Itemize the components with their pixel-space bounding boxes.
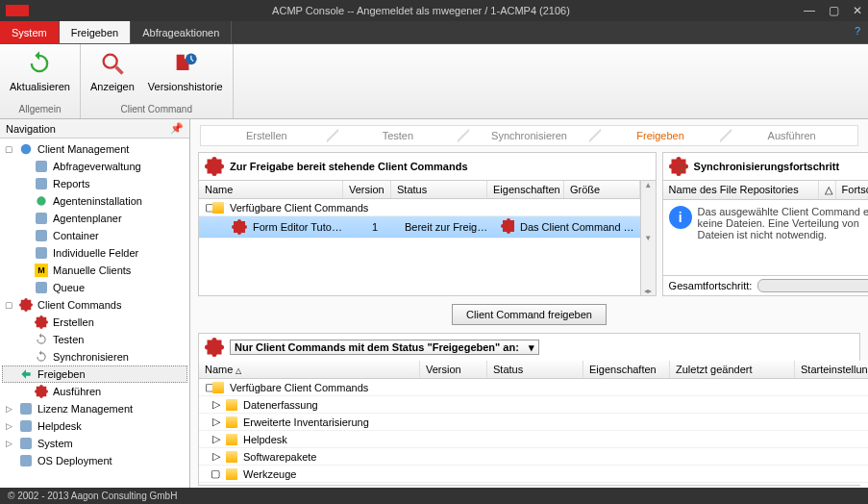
nav-item-container[interactable]: Container	[2, 227, 187, 244]
nav-item-label: Reports	[53, 178, 90, 189]
nav-item-synchronisieren[interactable]: Synchronisieren	[2, 348, 187, 365]
released-row[interactable]: Adobe Reader Installation1Freigegeben ☰0…	[199, 483, 868, 485]
pin-icon[interactable]: 📌	[170, 122, 184, 135]
nav-item-queue[interactable]: Queue	[2, 279, 187, 296]
nav-item-label: Agentenplaner	[53, 213, 122, 224]
release-command-button[interactable]: Client Command freigeben	[452, 304, 607, 325]
nav-item-label: Helpdesk	[37, 420, 82, 432]
queue-icon	[34, 280, 49, 295]
menu-system[interactable]: System	[0, 21, 60, 43]
col-eigenschaften[interactable]: Eigenschaften	[487, 181, 564, 198]
col-status[interactable]: Status	[391, 181, 487, 198]
sync-col-name[interactable]: Name des File Repositories	[663, 181, 819, 199]
nav-item-lizenz-management[interactable]: ▷Lizenz Management	[2, 400, 187, 417]
box-blue-icon	[34, 228, 49, 243]
status-filter-select[interactable]: Nur Client Commands mit dem Status "Frei…	[230, 340, 539, 355]
window-title: ACMP Console -- Angemeldet als mwegener …	[38, 5, 804, 16]
expander-icon[interactable]: ▷	[4, 439, 14, 448]
scrollbar[interactable]: ▲▼◂▸	[640, 181, 656, 295]
nav-item-system[interactable]: ▷System	[2, 435, 187, 452]
nav-item-os-deployment[interactable]: OS Deployment	[2, 452, 187, 469]
menu-freigeben[interactable]: Freigeben	[60, 21, 132, 43]
sync-icon	[34, 349, 49, 365]
rel-col-start[interactable]: Starteinstellungen	[795, 361, 868, 378]
nav-item-abfrageverwaltung[interactable]: Abfrageverwaltung	[2, 158, 187, 175]
row-status: Bereit zur Freigabe	[399, 219, 495, 235]
refresh-label: Aktualisieren	[10, 81, 70, 92]
nav-item-testen[interactable]: Testen	[2, 331, 187, 348]
nav-item-ausführen[interactable]: Ausführen	[2, 383, 187, 400]
col-name[interactable]: Name	[199, 181, 343, 198]
sync-header: Synchronisierungsfortschritt	[663, 153, 868, 181]
pending-group-row[interactable]: ▢ Verfügbare Client Commands	[199, 199, 640, 216]
puzzle-sync-icon	[669, 157, 688, 176]
sync-icon	[34, 332, 49, 347]
col-version[interactable]: Version	[343, 181, 391, 198]
rel-col-status[interactable]: Status	[487, 361, 583, 378]
row-name: Werkzeuge	[237, 466, 302, 482]
row-name: Helpdesk	[237, 432, 293, 447]
folder-icon	[226, 399, 237, 411]
sync-col-progress[interactable]: Fortschritt	[836, 181, 868, 199]
nav-item-freigeben[interactable]: Freigeben	[2, 365, 187, 383]
app-logo	[6, 5, 29, 16]
nav-item-agenteninstallation[interactable]: Agenteninstallation	[2, 192, 187, 210]
rel-col-version[interactable]: Version	[420, 361, 487, 378]
step-synchronisieren[interactable]: Synchronisieren	[463, 126, 595, 145]
released-row[interactable]: ▷Helpdesk	[199, 431, 868, 448]
sync-title: Synchronisierungsfortschritt	[694, 161, 840, 172]
nav-item-helpdesk[interactable]: ▷Helpdesk	[2, 417, 187, 435]
nav-item-client-management[interactable]: ▢Client Management	[2, 140, 187, 158]
rel-col-date[interactable]: Zuletzt geändert	[670, 361, 795, 378]
released-row[interactable]: ▷Datenerfassung	[199, 396, 868, 414]
help-icon[interactable]: ?	[847, 21, 868, 43]
nav-item-label: Freigeben	[37, 368, 86, 380]
osd-icon	[18, 453, 34, 468]
nav-item-erstellen[interactable]: Erstellen	[2, 314, 187, 331]
pending-grid-header: Name Version Status Eigenschaften Größe	[199, 181, 640, 199]
released-row[interactable]: ▢Werkzeuge	[199, 466, 868, 483]
nav-item-agentenplaner[interactable]: Agentenplaner	[2, 210, 187, 227]
released-row[interactable]: ▷Erweiterte Inventarisierung	[199, 414, 868, 431]
expander-icon[interactable]: ▷	[4, 421, 14, 431]
ribbon: Aktualisieren Allgemein Anzeigen Version…	[0, 44, 868, 119]
nav-item-label: Testen	[53, 334, 84, 345]
step-ausführen[interactable]: Ausführen	[726, 126, 857, 145]
help-icon	[18, 418, 34, 434]
nav-item-label: Client Management	[37, 143, 129, 155]
step-erstellen[interactable]: Erstellen	[201, 126, 333, 145]
close-button[interactable]: ✕	[853, 4, 862, 17]
puzzle-icon	[205, 338, 224, 357]
total-label: Gesamtfortschritt:	[669, 280, 753, 291]
minimize-button[interactable]: —	[804, 4, 815, 17]
rel-col-name[interactable]: Name △	[199, 361, 420, 378]
step-freigeben[interactable]: Freigeben	[595, 126, 727, 145]
step-testen[interactable]: Testen	[333, 126, 464, 145]
maximize-button[interactable]: ▢	[829, 4, 839, 17]
total-progress-row: Gesamtfortschritt:	[663, 275, 868, 295]
nav-item-label: Synchronisieren	[53, 351, 129, 363]
view-label: Anzeigen	[90, 81, 135, 92]
navigation-header: Navigation 📌	[0, 119, 189, 139]
nav-item-individuelle-felder[interactable]: Individuelle Felder	[2, 244, 187, 262]
expander-icon[interactable]: ▷	[4, 404, 14, 414]
rel-col-eigenschaften[interactable]: Eigenschaften	[583, 361, 670, 378]
nav-item-label: Container	[53, 230, 99, 241]
col-groesse[interactable]: Größe	[564, 181, 640, 198]
nav-item-manuelle-clients[interactable]: MManuelle Clients	[2, 262, 187, 279]
history-button[interactable]: Versionshistorie	[144, 46, 227, 94]
nav-item-client-commands[interactable]: ▢Client Commands	[2, 296, 187, 314]
view-button[interactable]: Anzeigen	[87, 46, 138, 94]
pending-header: Zur Freigabe bereit stehende Client Comm…	[199, 153, 656, 181]
refresh-button[interactable]: Aktualisieren	[6, 46, 74, 94]
pending-row-selected[interactable]: Form Editor Tutorial 1 Bereit zur Freiga…	[199, 216, 640, 239]
released-group-row[interactable]: ▢Verfügbare Client Commands	[199, 379, 868, 396]
nav-item-label: OS Deployment	[37, 455, 112, 466]
released-row[interactable]: ▷Softwarepakete	[199, 448, 868, 466]
menu-abfrageaktionen[interactable]: Abfrageaktionen	[131, 21, 232, 43]
nav-item-reports[interactable]: Reports	[2, 175, 187, 192]
expander-icon[interactable]: ▢	[4, 144, 14, 154]
nav-item-label: Erstellen	[53, 316, 94, 328]
expander-icon[interactable]: ▢	[4, 300, 14, 310]
sort-icon[interactable]: △	[819, 181, 836, 199]
